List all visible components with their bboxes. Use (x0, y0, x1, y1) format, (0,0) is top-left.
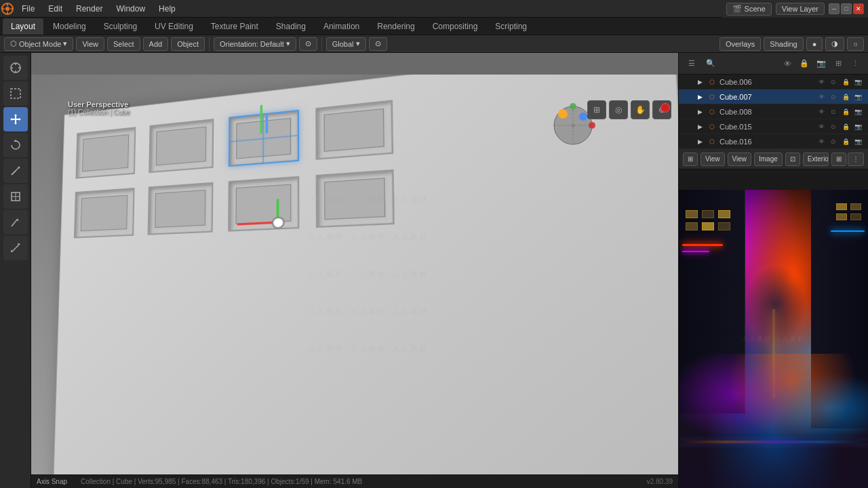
measure-tool[interactable] (3, 236, 28, 260)
view-layer-selector[interactable]: View Layer (776, 3, 825, 15)
transform-tool[interactable] (3, 184, 28, 209)
cube015-lock-btn[interactable]: 🔒 (841, 122, 850, 131)
cube008-lock-btn[interactable]: 🔒 (841, 107, 850, 117)
outliner-restrict-icon[interactable]: 🔒 (797, 56, 812, 71)
view-menu[interactable]: View (76, 37, 104, 51)
minimize-btn[interactable]: ─ (829, 3, 840, 14)
viewport-3d[interactable]: 人人素材 人人素材 人人素材 人人素材 人人素材 人人素材 人人素材 人人素材 … (31, 53, 678, 488)
move-tool[interactable] (3, 107, 28, 131)
cube007-type-icon: ⬡ (707, 92, 717, 102)
cube015-sel-btn[interactable]: ⊙ (829, 122, 838, 131)
road-reflection (679, 354, 868, 488)
cube015-render-btn[interactable]: 📷 (853, 122, 863, 131)
cube006-sel-btn[interactable]: ⊙ (829, 77, 838, 87)
cube016-vis-btn[interactable]: 👁 (816, 137, 826, 146)
orientation-bar: ⬡ Object Mode ▾ View Select Add Object O… (0, 35, 868, 53)
close-btn[interactable]: ✕ (853, 3, 864, 14)
tab-compositing[interactable]: Compositing (425, 18, 486, 35)
tab-rendering[interactable]: Rendering (369, 18, 422, 35)
cube008-vis-btn[interactable]: 👁 (816, 107, 826, 117)
outliner-item-cube007[interactable]: ▶ ⬡ Cube.007 👁 ⊙ 🔒 📷 (679, 89, 868, 104)
shading-render[interactable]: ○ (847, 37, 864, 51)
cube007-sel-btn[interactable]: ⊙ (829, 92, 838, 102)
tab-texture-paint[interactable]: Texture Paint (203, 18, 267, 35)
tab-scripting[interactable]: Scripting (487, 18, 535, 35)
menu-help[interactable]: Help (152, 0, 182, 17)
mode-label: Object Mode (19, 40, 61, 48)
menu-edit[interactable]: Edit (41, 0, 69, 17)
axis-gizmo[interactable] (549, 102, 597, 149)
mode-dropdown-icon: ▾ (63, 39, 67, 48)
image-panel-icon[interactable]: ⊞ (683, 152, 698, 166)
cube007-vis-btn[interactable]: 👁 (816, 92, 826, 102)
tab-shading[interactable]: Shading (268, 18, 314, 35)
outliner-filter-icon[interactable]: 🔍 (703, 56, 718, 71)
cube015-actions: 👁 ⊙ 🔒 📷 (816, 122, 863, 131)
cube006-lock-btn[interactable]: 🔒 (841, 77, 850, 87)
cube016-render-btn[interactable]: 📷 (853, 137, 863, 146)
outliner-item-cube006[interactable]: ▶ ⬡ Cube.006 👁 ⊙ 🔒 📷 (679, 75, 868, 89)
outliner-more-icon[interactable]: ⋮ (848, 56, 863, 71)
outliner-view-icon[interactable]: 👁 (780, 56, 795, 71)
cube015-vis-btn[interactable]: 👁 (816, 122, 826, 131)
mode-selector[interactable]: ⬡ Object Mode ▾ (4, 37, 73, 51)
cube008-render-btn[interactable]: 📷 (853, 107, 863, 117)
image-icon-btn[interactable]: ⊡ (785, 152, 800, 166)
tab-modeling[interactable]: Modeling (45, 18, 94, 35)
outliner-item-cube015[interactable]: ▶ ⬡ Cube.015 👁 ⊙ 🔒 📷 (679, 119, 868, 134)
cube006-vis-btn[interactable]: 👁 (816, 77, 826, 87)
cube006-render-btn[interactable]: 📷 (853, 77, 863, 87)
menu-render[interactable]: Render (69, 0, 109, 17)
tab-uv-editing[interactable]: UV Editing (146, 18, 201, 35)
svg-point-36 (579, 113, 587, 121)
menu-file[interactable]: File (15, 0, 41, 17)
pivot-selector[interactable]: ⊙ (299, 37, 317, 51)
object-menu[interactable]: Object (171, 37, 205, 51)
window-4 (315, 100, 393, 160)
svg-line-20 (12, 171, 16, 175)
expand-icon: ▶ (695, 77, 705, 87)
add-menu[interactable]: Add (143, 37, 169, 51)
image-panel-view-icon[interactable]: ⊞ (831, 152, 846, 166)
select-menu[interactable]: Select (107, 37, 140, 51)
svg-marker-16 (10, 118, 12, 121)
tab-layout[interactable]: Layout (3, 18, 43, 35)
image-image-btn[interactable]: Image (754, 152, 783, 166)
scene-selector[interactable]: 🎬 Scene (726, 3, 772, 16)
annotate-tool[interactable] (3, 210, 28, 235)
view-camera-btn[interactable]: ◎ (609, 100, 628, 119)
cube006-label: Cube.006 (719, 78, 814, 86)
shading-solid[interactable]: ● (806, 37, 823, 51)
image-view-btn1[interactable]: View (701, 152, 725, 166)
outliner-item-cube008[interactable]: ▶ ⬡ Cube.008 👁 ⊙ 🔒 📷 (679, 104, 868, 119)
select-tool[interactable] (3, 81, 28, 106)
overlays-btn[interactable]: Overlays (719, 37, 761, 51)
tab-animation[interactable]: Animation (315, 18, 368, 35)
proportional-edit[interactable]: ⊙ (369, 37, 387, 51)
menu-window[interactable]: Window (109, 0, 152, 17)
maximize-btn[interactable]: □ (841, 3, 852, 14)
cube008-actions: 👁 ⊙ 🔒 📷 (816, 107, 863, 117)
viewport-scene[interactable]: 人人素材 人人素材 人人素材 人人素材 人人素材 人人素材 人人素材 人人素材 … (31, 75, 678, 474)
rotate-tool[interactable] (3, 133, 28, 157)
cube007-lock-btn[interactable]: 🔒 (841, 92, 850, 102)
image-panel-more[interactable]: ⋮ (848, 152, 864, 166)
shading-btn[interactable]: Shading (764, 37, 803, 51)
snap-selector[interactable]: Global ▾ (326, 37, 366, 51)
cube016-lock-btn[interactable]: 🔒 (841, 137, 850, 146)
outliner-cam-icon[interactable]: 📷 (814, 56, 829, 71)
scale-tool[interactable] (3, 159, 28, 183)
tab-sculpting[interactable]: Sculpting (96, 18, 145, 35)
outliner-item-cube016[interactable]: ▶ ⬡ Cube.016 👁 ⊙ 🔒 📷 (679, 134, 868, 149)
outliner-menu-icon[interactable]: ☰ (684, 56, 699, 71)
cube008-sel-btn[interactable]: ⊙ (829, 107, 838, 117)
outliner-col-icon[interactable]: ⊞ (831, 56, 846, 71)
shading-material[interactable]: ◑ (825, 37, 844, 51)
image-view-btn2[interactable]: View (728, 152, 752, 166)
cursor-tool[interactable] (3, 56, 28, 80)
image-filename[interactable]: ExteriorScale.fspy (803, 152, 829, 166)
orientation-selector[interactable]: Orientation: Default ▾ (214, 37, 296, 51)
view-pan-btn[interactable]: ✋ (631, 100, 650, 119)
cube016-sel-btn[interactable]: ⊙ (829, 137, 838, 146)
cube007-render-btn[interactable]: 📷 (853, 92, 863, 102)
